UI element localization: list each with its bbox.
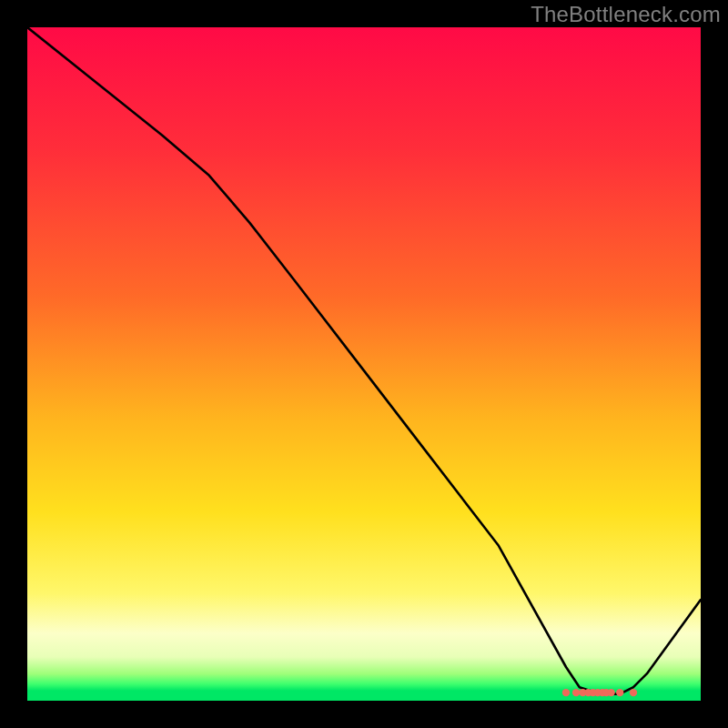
plot-container [27, 27, 701, 701]
watermark-text: TheBottleneck.com [531, 2, 721, 27]
optimal-dot [630, 689, 637, 696]
optimal-dot [572, 689, 580, 696]
optimal-dot [562, 689, 570, 696]
chart-frame: TheBottleneck.com [0, 0, 728, 728]
optimal-dot [616, 689, 623, 696]
optimal-dot [607, 689, 614, 696]
bottleneck-line [27, 27, 701, 694]
chart-svg [27, 27, 701, 701]
